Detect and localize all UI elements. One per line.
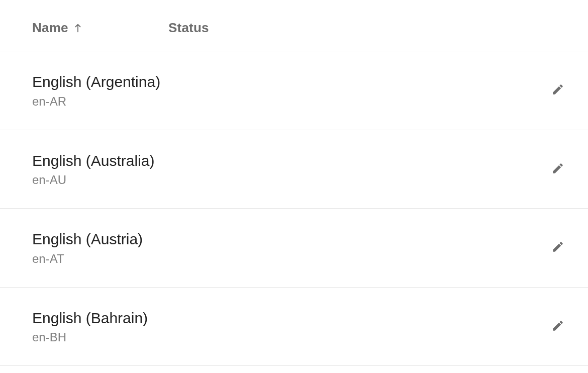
edit-icon (551, 319, 564, 334)
edit-button[interactable] (547, 79, 568, 102)
table-row: English (Bahrain) en-BH (0, 288, 588, 366)
edit-icon (551, 240, 564, 255)
locale-name: English (Australia) (32, 151, 168, 170)
locale-cell: English (Austria) en-AT (0, 230, 168, 266)
edit-button[interactable] (547, 236, 568, 259)
locale-cell: English (Bahrain) en-BH (0, 309, 168, 345)
locale-cell: English (Australia) en-AU (0, 151, 168, 188)
action-cell (528, 315, 588, 338)
locales-table: Name Status English (Argentina) en-AR En… (0, 0, 588, 366)
edit-icon (551, 83, 564, 98)
table-row: English (Austria) en-AT (0, 209, 588, 288)
edit-button[interactable] (547, 158, 568, 180)
edit-button[interactable] (547, 315, 568, 338)
column-header-status[interactable]: Status (168, 20, 528, 36)
column-status-label: Status (168, 20, 209, 35)
table-row: English (Australia) en-AU (0, 130, 588, 209)
action-cell (528, 79, 588, 102)
column-header-name[interactable]: Name (0, 20, 168, 36)
action-cell (528, 236, 588, 259)
locale-name: English (Bahrain) (32, 309, 168, 328)
locale-code: en-BH (32, 330, 168, 344)
locale-name: English (Austria) (32, 230, 168, 249)
locale-code: en-AU (32, 173, 168, 187)
table-row: English (Argentina) en-AR (0, 51, 588, 130)
locale-cell: English (Argentina) en-AR (0, 72, 168, 109)
table-header-row: Name Status (0, 0, 588, 51)
action-cell (528, 158, 588, 180)
sort-asc-icon (72, 23, 83, 34)
locale-code: en-AT (32, 252, 168, 266)
locale-name: English (Argentina) (32, 72, 168, 91)
locale-code: en-AR (32, 95, 168, 109)
edit-icon (551, 162, 564, 176)
column-name-label: Name (32, 20, 68, 36)
